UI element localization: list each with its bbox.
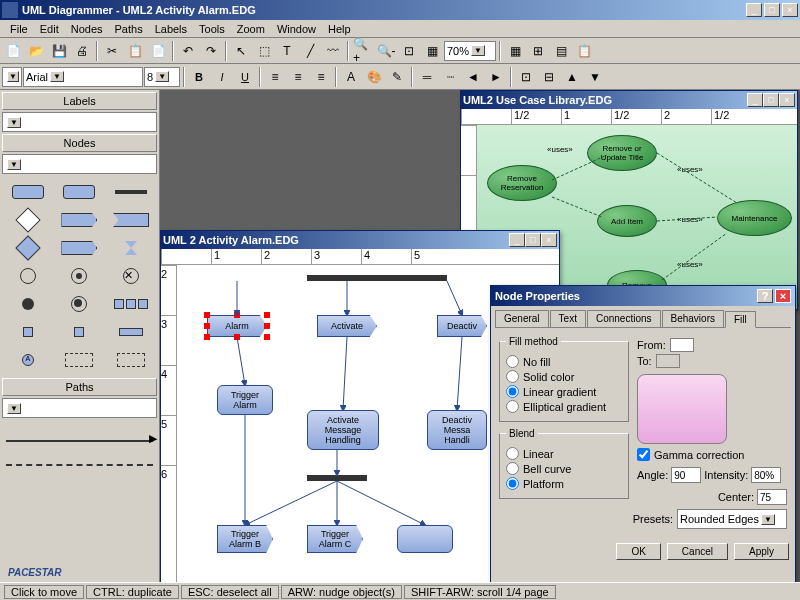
- menu-paths[interactable]: Paths: [109, 22, 149, 36]
- palette-paths-header[interactable]: Paths: [2, 378, 157, 396]
- node-deact-msg[interactable]: Deactiv Messa Handli: [427, 410, 487, 450]
- zoomout-icon[interactable]: 🔍-: [375, 40, 397, 62]
- shape-fork[interactable]: [107, 180, 155, 204]
- close-button[interactable]: ×: [782, 3, 798, 17]
- shape-actor[interactable]: A: [4, 348, 52, 372]
- nodes-combo[interactable]: ▼: [2, 154, 157, 174]
- apply-button[interactable]: Apply: [734, 543, 789, 560]
- menu-tools[interactable]: Tools: [193, 22, 231, 36]
- node-remove-reservation[interactable]: Remove Reservation: [487, 165, 557, 201]
- zoompage-icon[interactable]: ▦: [421, 40, 443, 62]
- node-trigger-alarm[interactable]: Trigger Alarm: [217, 385, 273, 415]
- arrowstart-icon[interactable]: ◄: [462, 66, 484, 88]
- shape-hourglass[interactable]: [107, 236, 155, 260]
- tab-behaviors[interactable]: Behaviors: [662, 310, 724, 327]
- fillcolor-icon[interactable]: 🎨: [363, 66, 385, 88]
- fontsize-combo[interactable]: 8▼: [144, 67, 180, 87]
- redo-icon[interactable]: ↷: [200, 40, 222, 62]
- arrowend-icon[interactable]: ►: [485, 66, 507, 88]
- node-trigger-b[interactable]: Trigger Alarm B: [217, 525, 273, 553]
- angle-input[interactable]: 90: [671, 467, 701, 483]
- ok-button[interactable]: OK: [616, 543, 660, 560]
- activity-close-button[interactable]: ×: [541, 233, 557, 247]
- radio-blend-bell[interactable]: Bell curve: [506, 462, 622, 475]
- dialog-close-button[interactable]: ×: [775, 289, 791, 303]
- tab-text[interactable]: Text: [550, 310, 586, 327]
- to-color-swatch[interactable]: [656, 354, 680, 368]
- shape-signal-2[interactable]: [56, 236, 104, 260]
- style-combo[interactable]: ▼: [2, 67, 22, 87]
- select-icon[interactable]: ⬚: [253, 40, 275, 62]
- shape-signal-recv[interactable]: [107, 208, 155, 232]
- shape-initial[interactable]: [4, 292, 52, 316]
- pointer-icon[interactable]: ↖: [230, 40, 252, 62]
- path-solid-arrow[interactable]: ▶: [6, 426, 153, 442]
- shape-note[interactable]: [56, 348, 104, 372]
- path-dashed[interactable]: [6, 450, 153, 466]
- shape-diamond-outline[interactable]: [4, 208, 52, 232]
- radio-blend-platform[interactable]: Platform: [506, 477, 622, 490]
- paths-combo[interactable]: ▼: [2, 398, 157, 418]
- shape-port[interactable]: [107, 320, 155, 344]
- node-activate-msg[interactable]: Activate Message Handling: [307, 410, 379, 450]
- undo-icon[interactable]: ↶: [177, 40, 199, 62]
- shape-rect-2[interactable]: [56, 180, 104, 204]
- radio-elliptical[interactable]: Elliptical gradient: [506, 400, 622, 413]
- italic-icon[interactable]: I: [211, 66, 233, 88]
- lineweight-icon[interactable]: ═: [416, 66, 438, 88]
- zoomin-icon[interactable]: 🔍+: [352, 40, 374, 62]
- shape-square-sm2[interactable]: [56, 320, 104, 344]
- line-icon[interactable]: ╱: [299, 40, 321, 62]
- radio-linear[interactable]: Linear gradient: [506, 385, 622, 398]
- back-icon[interactable]: ▼: [584, 66, 606, 88]
- zoom-combo[interactable]: 70%▼: [444, 41, 496, 61]
- cut-icon[interactable]: ✂: [101, 40, 123, 62]
- menu-help[interactable]: Help: [322, 22, 357, 36]
- tab-connections[interactable]: Connections: [587, 310, 661, 327]
- shape-circle-x[interactable]: ✕: [107, 264, 155, 288]
- shape-circle-dot[interactable]: [56, 264, 104, 288]
- intensity-input[interactable]: 80%: [751, 467, 781, 483]
- node-trigger-c[interactable]: Trigger Alarm C: [307, 525, 363, 553]
- copy-icon[interactable]: 📋: [124, 40, 146, 62]
- cancel-button[interactable]: Cancel: [667, 543, 728, 560]
- node-deactivate[interactable]: Deactiv: [437, 315, 487, 337]
- node-extra[interactable]: [397, 525, 453, 553]
- menu-zoom[interactable]: Zoom: [231, 22, 271, 36]
- gamma-checkbox[interactable]: Gamma correction: [637, 448, 787, 461]
- radio-nofill[interactable]: No fill: [506, 355, 622, 368]
- front-icon[interactable]: ▲: [561, 66, 583, 88]
- dialog-help-button[interactable]: ?: [757, 289, 773, 303]
- tab-general[interactable]: General: [495, 310, 549, 327]
- menu-edit[interactable]: Edit: [34, 22, 65, 36]
- usecase-titlebar[interactable]: UML2 Use Case Library.EDG _ □ ×: [461, 91, 797, 109]
- labels-combo[interactable]: ▼: [2, 112, 157, 132]
- usecase-max-button[interactable]: □: [763, 93, 779, 107]
- shape-circle-outline[interactable]: [4, 264, 52, 288]
- shape-bars[interactable]: [107, 292, 155, 316]
- linestyle-icon[interactable]: ┈: [439, 66, 461, 88]
- print-icon[interactable]: 🖨: [71, 40, 93, 62]
- node-add-item[interactable]: Add Item: [597, 205, 657, 237]
- fork-bar[interactable]: [307, 275, 447, 281]
- join-bar[interactable]: [307, 475, 367, 481]
- linecolor-icon[interactable]: ✎: [386, 66, 408, 88]
- palette-labels-header[interactable]: Labels: [2, 92, 157, 110]
- usecase-min-button[interactable]: _: [747, 93, 763, 107]
- props-icon[interactable]: 📋: [573, 40, 595, 62]
- align-left-icon[interactable]: ≡: [264, 66, 286, 88]
- minimize-button[interactable]: _: [746, 3, 762, 17]
- shape-rounded-rect[interactable]: [4, 180, 52, 204]
- radio-solid[interactable]: Solid color: [506, 370, 622, 383]
- shape-final[interactable]: [56, 292, 104, 316]
- textcolor-icon[interactable]: A: [340, 66, 362, 88]
- zoomfit-icon[interactable]: ⊡: [398, 40, 420, 62]
- node-remove-update[interactable]: Remove or Update Title: [587, 135, 657, 171]
- paste-icon[interactable]: 📄: [147, 40, 169, 62]
- radio-blend-linear[interactable]: Linear: [506, 447, 622, 460]
- text-icon[interactable]: T: [276, 40, 298, 62]
- from-color-swatch[interactable]: [670, 338, 694, 352]
- center-input[interactable]: 75: [757, 489, 787, 505]
- dialog-titlebar[interactable]: Node Properties ? ×: [491, 286, 795, 306]
- activity-min-button[interactable]: _: [509, 233, 525, 247]
